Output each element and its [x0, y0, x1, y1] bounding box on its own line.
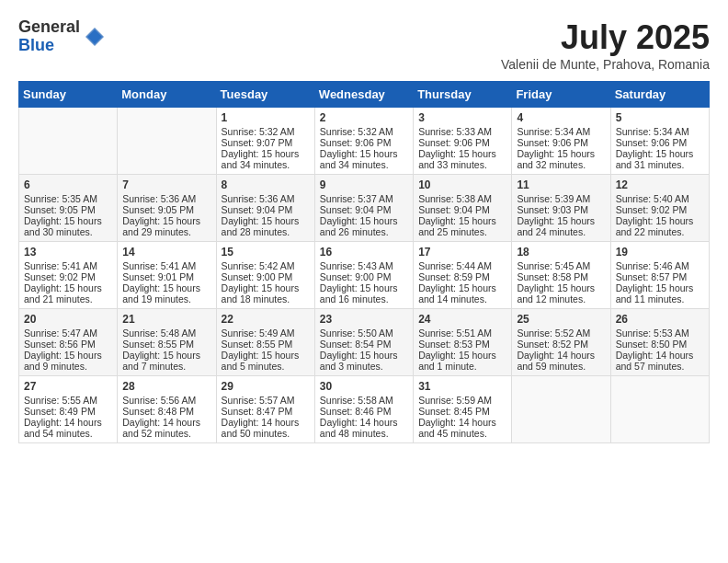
day-number: 1 [222, 111, 310, 124]
calendar-cell: 31Sunrise: 5:59 AMSunset: 8:45 PMDayligh… [414, 376, 512, 443]
cell-info: and 26 minutes. [320, 226, 408, 237]
weekday-header-row: SundayMondayTuesdayWednesdayThursdayFrid… [19, 82, 710, 108]
cell-info: and 18 minutes. [222, 293, 310, 304]
calendar-cell: 14Sunrise: 5:41 AMSunset: 9:01 PMDayligh… [118, 242, 216, 309]
cell-info: Sunrise: 5:34 AM [517, 126, 605, 137]
calendar-cell [610, 376, 709, 443]
logo-blue: Blue [18, 37, 80, 55]
cell-info: Sunset: 8:53 PM [418, 339, 506, 350]
cell-info: Sunset: 8:52 PM [517, 339, 605, 350]
cell-info: and 34 minutes. [222, 159, 310, 170]
cell-info: and 45 minutes. [418, 428, 506, 439]
day-number: 11 [517, 178, 605, 191]
cell-info: Sunrise: 5:46 AM [616, 260, 704, 271]
cell-info: Sunrise: 5:32 AM [320, 126, 408, 137]
calendar-header: SundayMondayTuesdayWednesdayThursdayFrid… [19, 82, 710, 108]
calendar-cell [19, 108, 118, 175]
cell-info: Sunset: 9:01 PM [122, 271, 210, 282]
calendar-cell: 13Sunrise: 5:41 AMSunset: 9:02 PMDayligh… [19, 242, 118, 309]
cell-info: Sunrise: 5:36 AM [222, 193, 310, 204]
cell-info: Sunset: 9:06 PM [616, 137, 704, 148]
cell-info: and 31 minutes. [616, 159, 704, 170]
logo: General Blue [18, 18, 106, 55]
cell-info: Daylight: 15 hours [320, 350, 408, 361]
cell-info: Sunset: 8:55 PM [122, 339, 210, 350]
calendar-cell: 19Sunrise: 5:46 AMSunset: 8:57 PMDayligh… [610, 242, 709, 309]
cell-info: Sunset: 9:02 PM [24, 271, 112, 282]
calendar-cell: 25Sunrise: 5:52 AMSunset: 8:52 PMDayligh… [512, 309, 610, 376]
cell-info: Daylight: 14 hours [122, 417, 210, 428]
cell-info: and 48 minutes. [320, 428, 408, 439]
cell-info: Sunrise: 5:43 AM [320, 260, 408, 271]
cell-info: Sunset: 8:50 PM [616, 339, 704, 350]
cell-info: and 54 minutes. [24, 428, 112, 439]
cell-info: Sunset: 9:05 PM [122, 204, 210, 215]
day-number: 14 [122, 246, 210, 259]
cell-info: Daylight: 15 hours [418, 215, 506, 226]
cell-info: Sunrise: 5:41 AM [122, 260, 210, 271]
title-section: July 2025 Valenii de Munte, Prahova, Rom… [501, 18, 710, 72]
cell-info: Sunset: 9:04 PM [320, 204, 408, 215]
cell-info: and 12 minutes. [517, 293, 605, 304]
day-number: 7 [122, 178, 210, 191]
day-number: 16 [320, 246, 408, 259]
cell-info: Sunset: 8:45 PM [418, 406, 506, 417]
calendar-cell: 15Sunrise: 5:42 AMSunset: 9:00 PMDayligh… [216, 242, 314, 309]
day-number: 19 [616, 246, 704, 259]
weekday-wednesday: Wednesday [314, 82, 413, 108]
cell-info: Sunrise: 5:44 AM [418, 260, 506, 271]
cell-info: and 57 minutes. [616, 361, 704, 372]
logo-general: General [18, 18, 80, 37]
cell-info: and 50 minutes. [222, 428, 310, 439]
calendar-cell: 26Sunrise: 5:53 AMSunset: 8:50 PMDayligh… [610, 309, 709, 376]
cell-info: Sunrise: 5:50 AM [320, 327, 408, 339]
day-number: 27 [24, 380, 112, 393]
location: Valenii de Munte, Prahova, Romania [501, 57, 710, 72]
weekday-friday: Friday [512, 82, 610, 108]
cell-info: Sunrise: 5:33 AM [418, 126, 506, 137]
cell-info: Sunset: 8:46 PM [320, 406, 408, 417]
calendar-cell: 30Sunrise: 5:58 AMSunset: 8:46 PMDayligh… [314, 376, 413, 443]
cell-info: Sunrise: 5:41 AM [24, 260, 112, 271]
cell-info: and 7 minutes. [122, 361, 210, 372]
day-number: 21 [122, 313, 210, 326]
cell-info: Sunset: 9:05 PM [24, 204, 112, 215]
day-number: 23 [320, 313, 408, 326]
weekday-thursday: Thursday [414, 82, 512, 108]
day-number: 20 [24, 313, 112, 326]
day-number: 6 [24, 178, 112, 191]
day-number: 26 [616, 313, 704, 326]
calendar-cell: 29Sunrise: 5:57 AMSunset: 8:47 PMDayligh… [216, 376, 314, 443]
cell-info: Sunset: 8:58 PM [517, 271, 605, 282]
month-title: July 2025 [501, 18, 710, 57]
cell-info: and 11 minutes. [616, 293, 704, 304]
calendar-cell: 20Sunrise: 5:47 AMSunset: 8:56 PMDayligh… [19, 309, 118, 376]
weekday-monday: Monday [118, 82, 216, 108]
cell-info: Daylight: 15 hours [517, 282, 605, 293]
cell-info: Sunset: 9:06 PM [320, 137, 408, 148]
cell-info: Daylight: 15 hours [616, 215, 704, 226]
cell-info: Sunset: 8:57 PM [616, 271, 704, 282]
page-header: General Blue July 2025 Valenii de Munte,… [18, 18, 710, 72]
cell-info: Daylight: 14 hours [418, 417, 506, 428]
cell-info: Sunset: 8:49 PM [24, 406, 112, 417]
weekday-tuesday: Tuesday [216, 82, 314, 108]
cell-info: Sunset: 8:47 PM [222, 406, 310, 417]
calendar-cell: 11Sunrise: 5:39 AMSunset: 9:03 PMDayligh… [512, 175, 610, 242]
cell-info: and 24 minutes. [517, 226, 605, 237]
cell-info: Daylight: 15 hours [122, 350, 210, 361]
cell-info: and 5 minutes. [222, 361, 310, 372]
cell-info: and 16 minutes. [320, 293, 408, 304]
cell-info: Daylight: 15 hours [122, 282, 210, 293]
cell-info: Sunrise: 5:39 AM [517, 193, 605, 204]
cell-info: Sunset: 9:03 PM [517, 204, 605, 215]
cell-info: Sunset: 8:55 PM [222, 339, 310, 350]
cell-info: Daylight: 15 hours [517, 148, 605, 159]
day-number: 12 [616, 178, 704, 191]
cell-info: Daylight: 14 hours [24, 417, 112, 428]
cell-info: Sunrise: 5:59 AM [418, 395, 506, 406]
cell-info: Sunrise: 5:35 AM [24, 193, 112, 204]
cell-info: Daylight: 14 hours [320, 417, 408, 428]
cell-info: Daylight: 14 hours [616, 350, 704, 361]
day-number: 10 [418, 178, 506, 191]
